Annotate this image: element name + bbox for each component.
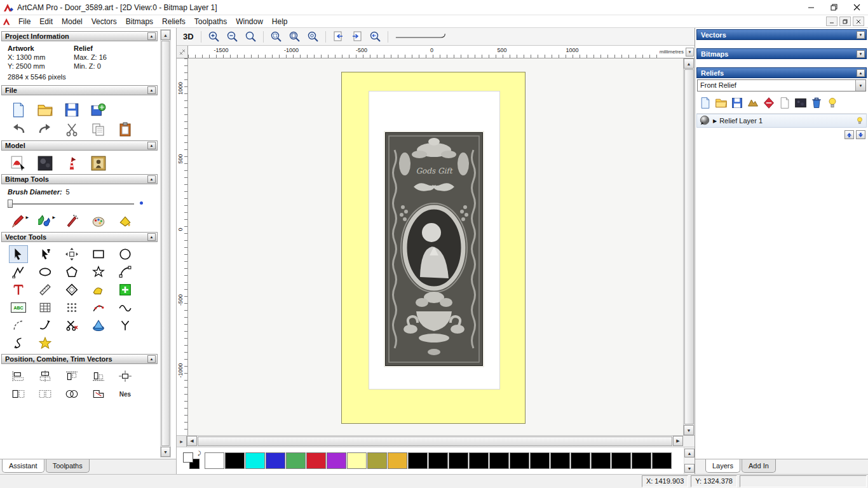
vectors-section-header[interactable]: Vectors ▼	[696, 29, 867, 40]
open-model-icon[interactable]	[36, 101, 55, 119]
palette-swatch-14[interactable]	[489, 452, 509, 469]
spray-tool-icon[interactable]	[62, 212, 81, 230]
align-left-icon[interactable]	[9, 367, 28, 385]
relief-select-dropdown-icon[interactable]: ▼	[855, 80, 865, 91]
mdi-minimize-button[interactable]	[826, 17, 837, 26]
palette-swatch-10[interactable]	[408, 452, 428, 469]
center-in-page-icon[interactable]	[116, 367, 135, 385]
paint-selective-flyout-arrow[interactable]: ▶	[52, 215, 55, 219]
close-button[interactable]	[845, 0, 868, 15]
palette-swatch-21[interactable]	[632, 452, 651, 469]
zoom-fit-page-icon[interactable]	[287, 30, 302, 44]
subtract-vectors-icon[interactable]	[89, 385, 108, 403]
model-section-collapse-button[interactable]: ▲	[147, 142, 156, 149]
zoom-window-icon[interactable]	[268, 30, 284, 44]
palette-swatch-5[interactable]	[306, 452, 326, 469]
node-editing-tool[interactable]	[36, 245, 55, 263]
relief-layer-name[interactable]: Relief Layer 1	[719, 117, 853, 125]
menu-help[interactable]: Help	[268, 16, 292, 27]
open-relief-icon[interactable]	[715, 97, 728, 109]
canvas-vscroll-thumb[interactable]	[684, 69, 694, 424]
undo-icon[interactable]	[9, 121, 28, 139]
interpolate-tool[interactable]	[89, 316, 108, 334]
block-paste-tool[interactable]	[116, 281, 135, 299]
menu-model[interactable]: Model	[57, 16, 87, 27]
grid-tool[interactable]	[36, 299, 55, 316]
canvas-scroll-up-icon[interactable]: ▲	[684, 58, 694, 69]
palette-swatch-6[interactable]	[327, 452, 346, 469]
reliefs-section-header[interactable]: Reliefs ▲	[696, 67, 867, 78]
menu-vectors[interactable]: Vectors	[87, 16, 121, 27]
delete-relief-layer-icon[interactable]	[810, 97, 823, 109]
align-top-icon[interactable]	[62, 367, 81, 385]
palette-swatch-12[interactable]	[449, 452, 468, 469]
blank-relief-icon[interactable]	[778, 97, 791, 109]
paste-along-curve-tool[interactable]	[89, 299, 108, 316]
palette-swatch-15[interactable]	[510, 452, 529, 469]
cut-icon[interactable]	[62, 121, 81, 139]
new-model-icon[interactable]	[9, 101, 28, 119]
reliefs-collapse-button[interactable]: ▲	[857, 69, 865, 77]
palette-swatch-9[interactable]	[388, 452, 407, 469]
paint-selective-icon[interactable]: ▶	[36, 212, 55, 230]
layer-expand-icon[interactable]: ▶	[713, 118, 717, 124]
smooth-curve-tool[interactable]	[116, 299, 135, 316]
palette-scroll-down-icon[interactable]: ▼	[684, 464, 695, 473]
bitmaps-expand-button[interactable]: ▼	[857, 50, 865, 58]
create-text-tool[interactable]	[9, 281, 28, 299]
nesting-tool[interactable]: Nes	[116, 385, 135, 403]
tab-layers[interactable]: Layers	[705, 459, 740, 473]
transform-vectors-tool[interactable]	[62, 245, 81, 263]
palette-swatch-0[interactable]	[205, 452, 224, 469]
save-relief-icon[interactable]	[731, 97, 743, 109]
mdi-close-button[interactable]	[853, 17, 864, 26]
project-information-collapse-button[interactable]: ▲	[147, 32, 156, 40]
door-artwork[interactable]: Gods Gift	[384, 131, 484, 367]
palette-swatch-1[interactable]	[225, 452, 245, 469]
paste-icon[interactable]	[116, 121, 135, 139]
next-view-icon[interactable]	[349, 30, 365, 44]
palette-swatch-2[interactable]	[245, 452, 265, 469]
zoom-objects-icon[interactable]	[305, 30, 321, 44]
restore-button[interactable]	[822, 0, 845, 15]
canvas-horizontal-scrollbar[interactable]: ▶ ◀ ▶	[177, 435, 695, 447]
create-polygon-tool[interactable]	[62, 263, 81, 281]
vectors-expand-button[interactable]: ▼	[857, 31, 865, 39]
assistant-scrollbar-thumb[interactable]	[161, 41, 170, 446]
set-model-size-icon[interactable]	[9, 154, 28, 172]
primary-colour-swatch[interactable]	[183, 452, 193, 463]
minimize-button[interactable]	[799, 0, 822, 15]
2d-view-canvas[interactable]: Gods Gift	[188, 58, 683, 435]
move-layer-down-icon[interactable]	[856, 130, 865, 139]
palette-swatch-4[interactable]	[286, 452, 306, 469]
palette-scrollbar[interactable]: ▲ ▼	[684, 447, 695, 474]
palette-swatch-8[interactable]	[367, 452, 387, 469]
relief-layer-item[interactable]: ▶ Relief Layer 1	[696, 114, 867, 128]
tab-add-in[interactable]: Add In	[742, 459, 776, 473]
palette-swatch-13[interactable]	[469, 452, 489, 469]
file-section-collapse-button[interactable]: ▲	[147, 86, 156, 94]
create-star-tool[interactable]	[89, 263, 108, 281]
fillet-tool[interactable]	[116, 316, 135, 334]
palette-scroll-up-icon[interactable]: ▲	[684, 449, 695, 458]
menu-reliefs[interactable]: Reliefs	[158, 16, 190, 27]
palette-swatch-20[interactable]	[611, 452, 631, 469]
layer-visibility-icon[interactable]	[855, 116, 864, 125]
flood-fill-icon[interactable]	[116, 212, 135, 230]
pane-splitter-icon[interactable]: ▶	[177, 436, 187, 447]
scroll-up-icon[interactable]: ▲	[161, 30, 170, 40]
fit-vectors-tool[interactable]	[89, 281, 108, 299]
create-rectangle-tool[interactable]	[89, 245, 108, 263]
measure-tool[interactable]	[36, 281, 55, 299]
palette-swatch-19[interactable]	[591, 452, 611, 469]
join-vectors-tool[interactable]	[36, 316, 55, 334]
position-section-collapse-button[interactable]: ▲	[147, 355, 156, 363]
palette-swatch-3[interactable]	[266, 452, 285, 469]
menu-window[interactable]: Window	[231, 16, 268, 27]
create-vector-boundary-tool[interactable]	[36, 334, 55, 352]
tab-assistant[interactable]: Assistant	[2, 459, 44, 473]
canvas-scroll-right-icon[interactable]: ▶	[673, 436, 683, 446]
canvas-vertical-scrollbar[interactable]: ▲ ▼	[683, 58, 695, 435]
menu-toolpaths[interactable]: Toolpaths	[190, 16, 231, 27]
menu-bitmaps[interactable]: Bitmaps	[121, 16, 158, 27]
